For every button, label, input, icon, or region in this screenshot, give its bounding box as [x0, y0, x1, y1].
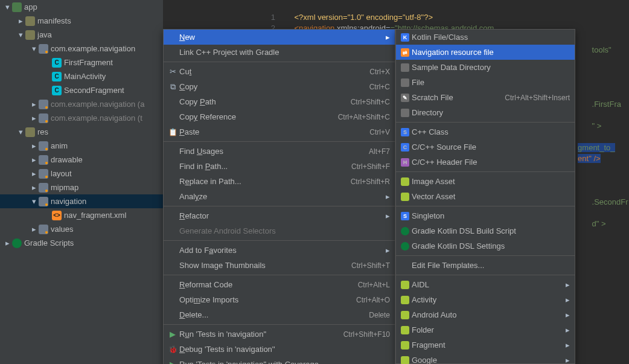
menu-item[interactable]: Link C++ Project with Gradle — [164, 45, 395, 60]
tree-item-second-fragment[interactable]: C SecondFragment — [0, 83, 163, 97]
tree-label: nav_fragment.xml — [64, 211, 126, 220]
expand-icon[interactable]: ▸ — [29, 155, 39, 164]
tree-label: com.example.navigation (t — [51, 113, 142, 123]
folder-icon — [25, 30, 35, 40]
menu-item[interactable]: Show Image ThumbnailsCtrl+Shift+T — [164, 258, 395, 273]
tree-item-main-activity[interactable]: C MainActivity — [0, 69, 163, 83]
project-tree[interactable]: ▾ app ▸ manifests ▾ java ▾ com.example.n… — [0, 0, 163, 364]
menu-item[interactable]: Find in Path...Ctrl+Shift+F — [164, 159, 395, 174]
expand-icon[interactable]: ▸ — [29, 183, 39, 192]
menu-item[interactable]: ⇄Navigation resource file — [396, 45, 575, 60]
tree-item-package[interactable]: ▸ com.example.navigation (t — [0, 111, 163, 125]
tree-item-java[interactable]: ▾ java — [0, 28, 163, 42]
tree-item-nav-fragment[interactable]: <> nav_fragment.xml — [0, 208, 163, 222]
expand-icon[interactable]: ▸ — [29, 225, 39, 234]
tree-item-values[interactable]: ▸ values — [0, 222, 163, 236]
menu-item[interactable]: ✎Scratch FileCtrl+Alt+Shift+Insert — [396, 90, 575, 105]
menu-item[interactable]: Replace in Path...Ctrl+Shift+R — [164, 174, 395, 189]
menu-item[interactable]: Find UsagesAlt+F7 — [164, 144, 395, 159]
menu-item[interactable]: ▶Run 'Tests in 'navigation'' with Covera… — [164, 357, 395, 364]
context-menu[interactable]: New▸Link C++ Project with Gradle✂CutCtrl… — [163, 29, 395, 364]
tree-item-navigation[interactable]: ▾ navigation — [0, 194, 163, 208]
menu-item[interactable]: Fragment▸ — [396, 337, 575, 353]
menu-item[interactable]: SSingleton — [396, 208, 575, 223]
menu-item[interactable]: ⧉CopyCtrl+C — [164, 79, 395, 94]
menu-item[interactable]: SC++ Class — [396, 124, 575, 139]
folder-icon — [39, 169, 48, 179]
tree-label: mipmap — [51, 183, 78, 192]
menu-item[interactable]: Add to Favorites▸ — [164, 243, 395, 258]
expand-icon[interactable]: ▸ — [29, 169, 39, 178]
menu-item[interactable]: ✂CutCtrl+X — [164, 64, 395, 79]
folder-icon — [25, 16, 35, 26]
gradle-icon — [12, 238, 22, 248]
tree-item-gradle[interactable]: ▸ Gradle Scripts — [0, 236, 163, 250]
folder-icon — [39, 141, 48, 151]
menu-item[interactable]: KKotlin File/Class — [396, 30, 575, 45]
menu-item[interactable]: Copy PathCtrl+Shift+C — [164, 94, 395, 109]
class-icon: C — [52, 58, 62, 68]
tree-label: FirstFragment — [64, 58, 113, 67]
menu-item[interactable]: ▶Run 'Tests in 'navigation''Ctrl+Shift+F… — [164, 327, 395, 342]
tree-label: MainActivity — [64, 72, 106, 81]
menu-item[interactable]: Gradle Kotlin DSL Settings — [396, 238, 575, 254]
tree-item-manifests[interactable]: ▸ manifests — [0, 14, 163, 28]
menu-item[interactable]: AIDL▸ — [396, 277, 575, 292]
tree-label: app — [24, 2, 37, 11]
package-icon — [39, 113, 48, 123]
tree-item-anim[interactable]: ▸ anim — [0, 139, 163, 153]
menu-item[interactable]: Image Asset — [396, 174, 575, 189]
menu-item[interactable]: HC/C++ Header File — [396, 155, 575, 170]
expand-icon[interactable]: ▸ — [29, 141, 39, 150]
folder-icon — [12, 2, 22, 12]
menu-item[interactable]: Google▸ — [396, 353, 575, 364]
menu-item[interactable]: Android Auto▸ — [396, 307, 575, 322]
menu-item[interactable]: Folder▸ — [396, 322, 575, 337]
tree-label: layout — [51, 169, 72, 178]
new-submenu[interactable]: KKotlin File/Class⇄Navigation resource f… — [395, 29, 575, 364]
tree-item-res[interactable]: ▾ res — [0, 125, 163, 139]
expand-icon[interactable]: ▾ — [29, 44, 39, 53]
expand-icon[interactable]: ▾ — [29, 197, 39, 206]
tree-item-mipmap[interactable]: ▸ mipmap — [0, 180, 163, 194]
menu-item[interactable]: Activity▸ — [396, 292, 575, 307]
menu-item[interactable]: Vector Asset — [396, 189, 575, 204]
expand-icon[interactable]: ▾ — [2, 2, 12, 11]
menu-item[interactable]: Delete...Delete — [164, 307, 395, 322]
menu-item[interactable]: 📋PasteCtrl+V — [164, 124, 395, 139]
menu-item[interactable]: 🐞Debug 'Tests in 'navigation'' — [164, 342, 395, 357]
tree-label: SecondFragment — [64, 86, 124, 95]
tree-item-first-fragment[interactable]: C FirstFragment — [0, 56, 163, 69]
tree-item-package[interactable]: ▾ com.example.navigation — [0, 42, 163, 56]
expand-icon[interactable]: ▸ — [29, 100, 39, 109]
expand-icon[interactable]: ▾ — [16, 30, 25, 39]
menu-item[interactable]: Refactor▸ — [164, 208, 395, 223]
tree-label: Gradle Scripts — [24, 238, 74, 247]
menu-item[interactable]: File — [396, 75, 575, 90]
menu-item[interactable]: Reformat CodeCtrl+Alt+L — [164, 277, 395, 292]
package-icon — [39, 44, 48, 54]
tree-item-app[interactable]: ▾ app — [0, 0, 163, 14]
folder-icon — [25, 127, 35, 137]
menu-item[interactable]: Sample Data Directory — [396, 60, 575, 75]
tree-item-drawable[interactable]: ▸ drawable — [0, 153, 163, 167]
folder-icon — [39, 183, 48, 193]
menu-item[interactable]: Directory — [396, 105, 575, 120]
expand-icon[interactable]: ▸ — [16, 16, 25, 25]
menu-item[interactable]: Optimize ImportsCtrl+Alt+O — [164, 292, 395, 307]
menu-item[interactable]: Analyze▸ — [164, 189, 395, 204]
tree-label: java — [37, 30, 52, 39]
menu-item[interactable]: Copy ReferenceCtrl+Alt+Shift+C — [164, 109, 395, 124]
folder-icon — [39, 225, 48, 234]
menu-item[interactable]: New▸ — [164, 30, 395, 45]
expand-icon[interactable]: ▾ — [16, 127, 25, 136]
tree-item-package[interactable]: ▸ com.example.navigation (a — [0, 97, 163, 111]
tree-label: manifests — [37, 16, 71, 25]
folder-icon — [39, 197, 48, 206]
menu-item[interactable]: CC/C++ Source File — [396, 139, 575, 155]
menu-item[interactable]: Gradle Kotlin DSL Build Script — [396, 223, 575, 238]
expand-icon[interactable]: ▸ — [29, 113, 39, 123]
expand-icon[interactable]: ▸ — [2, 238, 12, 247]
menu-item[interactable]: Edit File Templates... — [396, 258, 575, 273]
tree-item-layout[interactable]: ▸ layout — [0, 167, 163, 180]
